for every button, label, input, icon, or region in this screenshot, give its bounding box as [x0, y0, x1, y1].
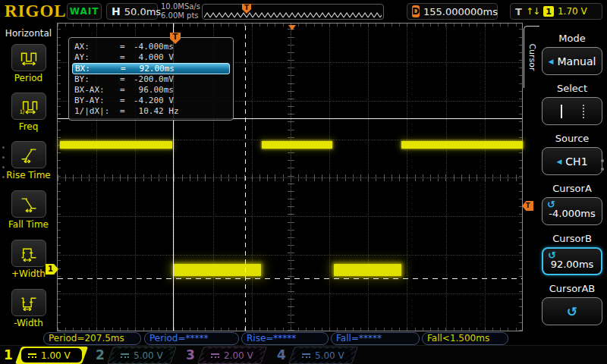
channel-number: 3: [186, 347, 195, 362]
trigger-channel-badge: 1: [543, 6, 554, 17]
trigger-level-value: 1.70 V: [558, 6, 587, 17]
menu-group-cursor-a: CursorA ↺ -4.000ms: [540, 182, 604, 225]
preview-waveform: [204, 5, 383, 20]
menu-item-rise-time[interactable]: Rise Time: [0, 141, 57, 180]
horizontal-value: 50.0ms: [124, 6, 161, 17]
trigger-level-marker-icon[interactable]: T: [522, 201, 533, 211]
measurement-slot-5[interactable]: Fall<1.500ms: [422, 332, 508, 345]
channel-3-chip[interactable]: 3 2.00 V: [182, 347, 267, 364]
delay-value: 155.000000ms: [423, 6, 498, 17]
readout-row: AX: = -4.000ms: [74, 42, 228, 52]
cursor-b-horizontal-line[interactable]: [58, 278, 522, 279]
measurement-slot-4[interactable]: Fall=*****: [331, 332, 420, 345]
page-indicator-dot: [2, 156, 5, 158]
page-indicator-dot: [601, 168, 604, 171]
plus-width-icon: [19, 245, 39, 262]
trigger-status-box[interactable]: T ↑↓ 1 1.70 V: [510, 3, 602, 20]
left-arrow-icon: ◀: [556, 158, 561, 165]
channel-chip-body: 1.00 V: [15, 347, 88, 364]
top-status-bar: RIGOL WAIT H 50.0ms 10.0MSa/s 6.00M pts …: [0, 0, 607, 23]
channel-scale: 1.00 V: [41, 350, 71, 361]
cursor-a-button[interactable]: ↺ -4.000ms: [542, 197, 602, 225]
channel-chip-body: 2.00 V: [197, 347, 267, 364]
menu-item-minus-width[interactable]: -Width: [0, 289, 57, 328]
channel-status-bar: 1 1.00 V 2 5.00 V 3 2.00 V 4: [0, 345, 607, 364]
select-cursor-button[interactable]: [542, 97, 602, 125]
svg-text:1/: 1/: [19, 108, 25, 115]
measurement-slot-1[interactable]: Period=207.5ms: [43, 332, 141, 345]
menu-item-period[interactable]: Period: [0, 44, 57, 83]
readout-row: 1/|dX|: = 10.42 Hz: [74, 106, 228, 117]
menu-group-select: Select: [540, 82, 604, 125]
cursor-b-button[interactable]: ↺ 92.00ms: [542, 247, 602, 275]
menu-item-fall-time[interactable]: Fall Time: [0, 190, 57, 230]
dc-coupling-icon: [211, 353, 219, 358]
freq-icon: 1/: [19, 98, 39, 115]
menu-group-mode: Mode ◀ Manual: [540, 32, 604, 75]
channel-1-chip[interactable]: 1 1.00 V: [0, 347, 88, 364]
horizontal-scale-box[interactable]: H 50.0ms: [106, 3, 158, 20]
dc-coupling-icon: [28, 353, 36, 358]
left-arrow-icon: ◀: [549, 58, 554, 65]
fall-time-icon: [19, 196, 39, 212]
measurement-slot-2[interactable]: Period=*****: [144, 332, 239, 345]
mode-button[interactable]: ◀ Manual: [542, 47, 602, 75]
page-indicator-dot: [2, 176, 5, 178]
acquisition-status: WAIT: [67, 3, 102, 20]
trigger-delay-box[interactable]: D 155.000000ms: [407, 3, 498, 20]
cursor-ab-button[interactable]: ↺: [542, 297, 602, 325]
center-axis-ticks: [288, 24, 294, 331]
readout-row: BY: = -200.0mV: [74, 74, 228, 85]
rise-time-icon: [19, 146, 39, 163]
menu-group-cursor-b: CursorB ↺ 92.00ms: [540, 232, 604, 275]
channel-scale: 5.00 V: [134, 350, 163, 361]
waveform-segment-high: [262, 141, 332, 149]
slope-arrows-icon: ↑↓: [526, 6, 539, 17]
horizontal-measure-menu: Horizontal Period 1/ Freq Rise Time Fall…: [0, 23, 57, 345]
cursor-a-line-icon: [561, 105, 562, 118]
menu-tab-cursor: Cursor: [524, 26, 539, 88]
sample-rate: 10.0MSa/s: [161, 2, 200, 11]
delay-indicator-icon: [288, 25, 296, 30]
channel-2-chip[interactable]: 2 5.00 V: [92, 347, 177, 364]
readout-row: BY-AY: = -4.200 V: [74, 96, 228, 106]
cursor-readout-panel: AX: = -4.000ms AY: = 4.000 V BX: = 92.00…: [68, 37, 234, 121]
trigger-label: T: [515, 6, 522, 17]
page-indicator-dot: [601, 159, 604, 162]
channel-number: 1: [4, 347, 13, 362]
channel-number: 4: [277, 347, 286, 362]
readout-row-selected: BX: = 92.00ms: [72, 63, 230, 74]
period-icon: [19, 49, 39, 66]
acquisition-info: 10.0MSa/s 6.00M pts: [161, 2, 200, 20]
waveform-preview-bar[interactable]: T: [202, 4, 384, 20]
minus-width-icon: [19, 294, 39, 311]
status-text: WAIT: [70, 6, 99, 17]
channel-chip-body: 5.00 V: [288, 347, 358, 364]
dc-coupling-icon: [121, 353, 129, 358]
channel-4-chip[interactable]: 4 5.00 V: [273, 347, 358, 364]
page-indicator-dot: [2, 166, 5, 168]
waveform-segment-high: [401, 141, 523, 149]
channel-number: 2: [96, 347, 105, 362]
menu-group-source: Source ◀ CH1: [540, 132, 604, 175]
channel-scale: 2.00 V: [224, 350, 253, 361]
measurement-slot-3[interactable]: Rise=*****: [241, 332, 329, 345]
delay-badge: D: [412, 5, 420, 17]
cursor-b-vertical-line[interactable]: [245, 24, 246, 331]
readout-row: BX-AX: = 96.00ms: [74, 85, 228, 96]
source-button[interactable]: ◀ CH1: [542, 147, 602, 175]
cursor-b-line-icon: [583, 105, 584, 118]
memory-depth: 6.00M pts: [161, 11, 200, 20]
waveform-display: AX: = -4.000ms AY: = 4.000 V BX: = 92.00…: [57, 23, 523, 331]
rigol-logo: RIGOL: [5, 2, 67, 21]
rotate-knob-icon: ↺: [567, 304, 577, 319]
page-indicator-dot: [2, 146, 5, 149]
waveform-segment-low: [174, 264, 261, 276]
menu-group-cursor-ab: CursorAB ↺: [540, 282, 604, 325]
channel-scale: 5.00 V: [315, 350, 344, 361]
horizontal-label: H: [112, 5, 121, 17]
menu-item-freq[interactable]: 1/ Freq: [0, 93, 57, 132]
waveform-segment-high: [60, 141, 172, 149]
waveform-segment-low: [334, 264, 401, 276]
channel-chip-body: 5.00 V: [107, 347, 177, 364]
